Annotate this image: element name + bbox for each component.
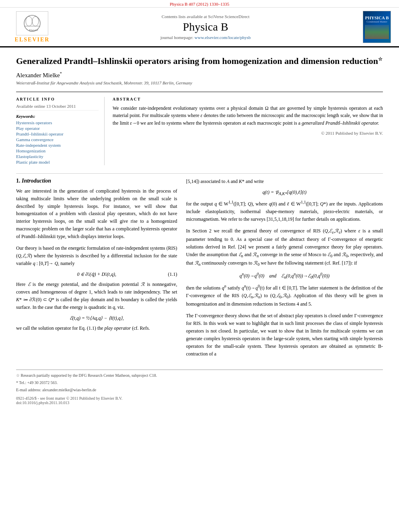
physica-b-cover: PHYSICA B Condensed Matter: [363, 11, 391, 43]
bottom-ids: 0921-4526/$ - see front matter © 2011 Pu…: [16, 396, 383, 405]
abstract-title: ABSTRACT: [113, 97, 383, 101]
keywords-label: Keywords:: [16, 114, 99, 119]
cover-subtitle: Condensed Matter: [366, 20, 387, 23]
intro-para-4: we call the solution operator for Eq. (1…: [16, 325, 177, 332]
abstract-text: We consider rate-independent evolutionar…: [113, 105, 383, 127]
journal-header: Elsevier ELSEVIER Contents lists availab…: [0, 8, 399, 47]
journal-url: journal homepage: www.elsevier.com/locat…: [56, 35, 355, 40]
bottom-id-1: doi:10.1016/j.physb.2011.10.013: [16, 401, 383, 405]
abstract-section: ABSTRACT We consider rate-independent ev…: [113, 97, 383, 165]
footnotes-area: ☆ Research partially supported by the DF…: [16, 370, 383, 393]
affiliation: Weierstraß-Institut für Angewandte Analy…: [16, 80, 383, 85]
author-footnote-marker: *: [60, 71, 62, 76]
keyword-5: Homogenization: [16, 148, 99, 153]
main-content: 1. Introduction We are interested in the…: [16, 178, 383, 362]
right-column: [5,14]) associated to A and K* and write…: [186, 178, 383, 362]
article-title: Generalized Prandtl–Ishlinskii operators…: [16, 55, 383, 67]
elsevier-logo-image: Elsevier: [16, 11, 48, 35]
svg-point-1: [26, 16, 32, 26]
equation-q: q(t) = 𝔓A,K*[q(0),ℓ](t): [186, 189, 383, 196]
right-para-1: for the output q ∈ W1,1([0,T]; Q), where…: [186, 199, 383, 223]
intro-para-1: We are interested in the generation of c…: [16, 187, 177, 241]
journal-title-area: Contents lists available at SciVerse Sci…: [56, 14, 355, 40]
section-divider: [16, 173, 383, 174]
section-number: 1.: [16, 178, 21, 184]
copyright-line: © 2011 Published by Elsevier B.V.: [113, 131, 383, 136]
title-footnote-marker: ☆: [378, 56, 383, 62]
equation-energy: ℰ(t,q) = ½⟨Aq,q⟩ − ⟨ℓ(t),q⟩,: [16, 315, 177, 321]
right-para-2: In Section 2 we recall the general theor…: [186, 227, 383, 268]
article-info: ARTICLE INFO Available online 13 October…: [16, 97, 105, 165]
elsevier-wordmark: ELSEVIER: [15, 37, 50, 43]
publisher-logo-area: Elsevier ELSEVIER: [8, 11, 56, 43]
keyword-4: Rate-independent system: [16, 143, 99, 148]
abstract-italic-phrase: generalized Prandtl–Ishlinskii operator.: [302, 120, 379, 126]
cover-image-area: PHYSICA B Condensed Matter: [355, 11, 391, 43]
elsevier-logo: Elsevier ELSEVIER: [8, 11, 56, 43]
journal-citation: Physica B 407 (2012) 1330–1335: [170, 2, 229, 6]
right-para-0: [5,14]) associated to A and K* and write: [186, 178, 383, 185]
keyword-0: Hysteresis operators: [16, 120, 99, 125]
intro-section-title: 1. Introduction: [16, 178, 177, 184]
top-bar: Physica B 407 (2012) 1330–1335: [0, 0, 399, 8]
keywords-list: Hysteresis operators Play operator Prand…: [16, 120, 99, 164]
keyword-3: Gamma convergence: [16, 137, 99, 142]
article-info-title: ARTICLE INFO: [16, 97, 99, 101]
equation-convergence: qn(0)→q0(0) and ℰn(0,qn(0))→ℰ0(0,q0(0)): [186, 272, 383, 279]
intro-para-2: Our theory is based on the energetic for…: [16, 244, 177, 267]
keyword-1: Play operator: [16, 126, 99, 131]
available-online: Available online 13 October 2011: [16, 104, 99, 111]
author-name: Alexander Mielke*: [16, 71, 383, 79]
keyword-6: Elastoplasticity: [16, 154, 99, 159]
right-para-4: The Γ-convergence theory shows that the …: [186, 312, 383, 358]
footnote-0: ☆ Research partially supported by the DF…: [16, 372, 383, 378]
keyword-7: Plastic plate model: [16, 160, 99, 164]
info-abstract-section: ARTICLE INFO Available online 13 October…: [16, 92, 383, 165]
right-para-3: then the solutions qn satisfy qn(t)→q0(t…: [186, 283, 383, 308]
intro-para-3: Here ℰ is the energy potential, and the …: [16, 281, 177, 311]
cover-title: PHYSICA B: [365, 15, 389, 20]
sciverse-note: Contents lists available at SciVerse Sci…: [56, 14, 355, 19]
article-container: Generalized Prandtl–Ishlinskii operators…: [0, 47, 399, 413]
svg-point-2: [32, 16, 39, 26]
footnote-1: * Tel.: +49 30 20372 563.: [16, 380, 383, 386]
bottom-id-0: 0921-4526/$ - see front matter © 2011 Pu…: [16, 396, 383, 401]
keyword-2: Prandtl–Ishlinskii operator: [16, 131, 99, 136]
svg-text:Elsevier: Elsevier: [29, 29, 38, 32]
journal-title: Physica B: [56, 21, 355, 33]
left-column: 1. Introduction We are interested in the…: [16, 178, 177, 362]
footnote-2: E-mail address: alexander.mielke@wias-be…: [16, 387, 383, 393]
equation-1-1: 0 ∈ ∂ℛ(q̇) + Dℰ(t,q), (1.1): [16, 271, 177, 277]
journal-url-link[interactable]: www.elsevier.com/locate/physb: [195, 35, 251, 40]
